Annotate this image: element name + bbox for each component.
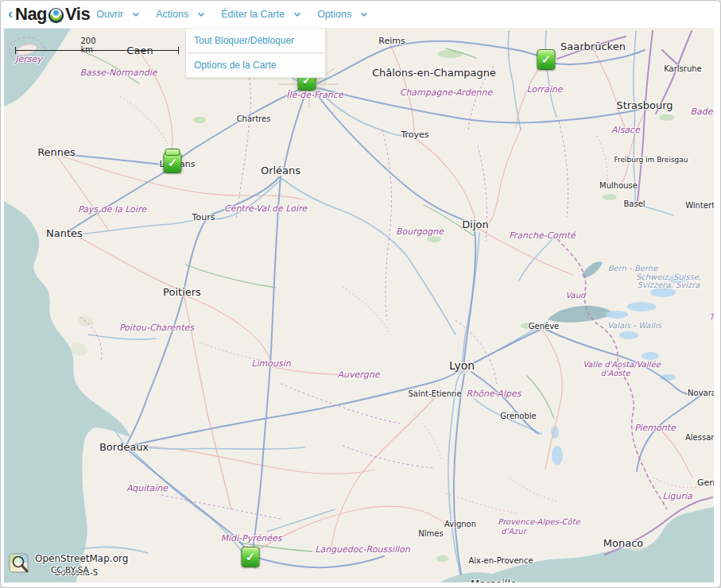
map-label-city: Chartres <box>237 114 271 123</box>
map-label-city: Basel <box>623 199 645 208</box>
map-label-region: Bourgogne <box>396 226 444 237</box>
map-label-region: Ticino <box>709 312 714 321</box>
logo-text-suffix: Vis <box>65 4 90 25</box>
map-label-region: Alsace <box>611 125 640 135</box>
map-label-region: Limousin <box>251 358 290 369</box>
map-label-region: Basse-Normandie <box>79 68 157 78</box>
map-label-city: Winterthur <box>685 201 714 210</box>
map-label-region: Languedoc-Roussillon <box>315 544 409 555</box>
map-label-city: Dijon <box>462 219 488 230</box>
map-marker-ok[interactable]: ✓ <box>164 153 182 173</box>
map-label-city: Aix-en-Provence <box>468 556 533 565</box>
map-label-region: Lorraine <box>526 84 562 95</box>
map-label-city: Châlons-en-Champagne <box>372 67 496 79</box>
map-label-region: Baden <box>690 106 714 117</box>
menu-ouvrir[interactable]: Ouvrir <box>96 9 138 20</box>
map-label-city: Poitiers <box>163 286 201 298</box>
map-label-region: Poitou-Charentes <box>119 323 194 333</box>
map-label-region: Valle d'Aosta/Vallée <box>583 360 661 369</box>
map-label-city: Nantes <box>46 227 83 239</box>
map-label-city: Avignon <box>444 520 476 528</box>
scale-line <box>15 50 179 51</box>
scale-label: 200 km <box>80 37 95 54</box>
chevron-down-icon <box>133 10 139 16</box>
map-overlay: CaenReimsSaarbrückenChâlons-en-Champagne… <box>4 29 714 582</box>
map-label-region: Auvergne <box>338 369 380 380</box>
map-label-city: Monaco <box>603 537 643 549</box>
map-label-region: Centre-Val de Loire <box>224 203 307 214</box>
map-label-city: Saint-Etienne <box>408 389 461 398</box>
map-marker-ok[interactable]: ✓ <box>242 547 260 567</box>
map-label-city: Reims <box>378 36 405 46</box>
map-label-city: Rennes <box>37 146 76 158</box>
map-label-region: Île-de-France <box>286 90 343 100</box>
osm-attribution: OpenStreetMap.org CC-BY-SA <box>9 553 128 574</box>
osm-link[interactable]: OpenStreetMap.org <box>35 553 128 564</box>
chevron-down-icon <box>198 10 204 16</box>
menu-options-label: Options <box>317 9 351 20</box>
openstreetmap-logo-icon[interactable] <box>9 553 30 574</box>
nagvis-window: ‹ Nag Vis Ouvrir Actions Éditer la Carte <box>0 0 721 588</box>
map-label-region: Jersey <box>15 54 42 64</box>
map-marker-ok[interactable]: ✓ <box>537 49 556 70</box>
menu-ouvrir-label: Ouvrir <box>96 9 123 20</box>
map-label-city: Alessandria <box>685 433 714 442</box>
map-label-city: Lyon <box>449 359 475 372</box>
map-label-city: Karlsruhe <box>664 64 702 73</box>
menu-actions-label: Actions <box>156 9 188 20</box>
map-label-region: Vaud <box>566 291 586 300</box>
map-label-city: Bordeaux <box>99 441 149 453</box>
osm-license: CC-BY-SA <box>51 565 128 574</box>
menu-item-tout-bloquer[interactable]: Tout Bloquer/Débloquer <box>186 29 325 52</box>
map-label-city: Mulhouse <box>599 181 638 190</box>
check-icon: ✓ <box>168 156 178 170</box>
chevron-down-icon <box>361 10 367 16</box>
map-label-region: d'Aoste <box>600 369 630 377</box>
header-bar: ‹ Nag Vis Ouvrir Actions Éditer la Carte <box>1 1 720 29</box>
map-label-city: Tours <box>192 212 215 222</box>
menu-item-options-carte[interactable]: Options de la Carte <box>186 53 325 77</box>
map-label-city: Strasbourg <box>616 99 673 111</box>
back-arrow-icon[interactable]: ‹ <box>8 6 13 22</box>
map-label-region: Liguria <box>662 491 692 501</box>
map-label-region: Provence-Alpes-Côte <box>498 517 580 526</box>
check-icon: ✓ <box>246 550 256 564</box>
map-label-city: Genève <box>529 322 559 331</box>
map-label-region: Midi-Pyrénées <box>221 533 282 544</box>
map-label-city: Freiburg im Breisgau <box>614 156 688 164</box>
map-label-region: Champagne-Ardenne <box>400 87 493 98</box>
logo-text-prefix: Nag <box>15 4 47 25</box>
map-label-city: Marseille <box>471 578 517 583</box>
map-label-country: Bern - Berne <box>608 264 658 273</box>
nagvis-logo[interactable]: Nag Vis <box>15 4 90 25</box>
map-label-city: Genova <box>697 478 714 488</box>
menu-editer-la-carte[interactable]: Éditer la Carte <box>221 9 300 20</box>
map-label-city: Grenoble <box>500 412 537 420</box>
map-label-country: Svizzera, Svizra <box>638 280 700 289</box>
menu-actions[interactable]: Actions <box>156 9 204 20</box>
map-label-region: Franche-Comté <box>509 230 576 241</box>
map-label-city: Troyes <box>401 130 428 140</box>
map-label-city: Nîmes <box>418 529 443 538</box>
menu-editer-label: Éditer la Carte <box>221 9 285 20</box>
map-label-city: Novara <box>688 389 714 397</box>
map-label-region: Aquitaine <box>126 483 168 493</box>
main-menu: Ouvrir Actions Éditer la Carte Options <box>96 9 366 20</box>
map-label-country: Valais - Wallis <box>607 321 661 330</box>
map-label-region: Piemonte <box>634 423 676 433</box>
map-label-city: Orléans <box>261 164 300 176</box>
map-label-region: d'Azur <box>501 527 526 536</box>
map-label-region: Rhône-Alpes <box>467 389 521 399</box>
chevron-down-icon <box>294 10 300 16</box>
map-label-region: Pays de la Loire <box>78 204 146 215</box>
map-area: 200 km CaenReimsSaarbrückenChâlons-en-Ch… <box>4 29 714 582</box>
map-label-city: Saarbrücken <box>560 41 626 52</box>
edit-map-dropdown: Tout Bloquer/Débloquer Options de la Car… <box>185 29 326 78</box>
menu-options[interactable]: Options <box>317 9 366 20</box>
check-icon: ✓ <box>541 52 552 67</box>
globe-icon <box>48 7 64 24</box>
